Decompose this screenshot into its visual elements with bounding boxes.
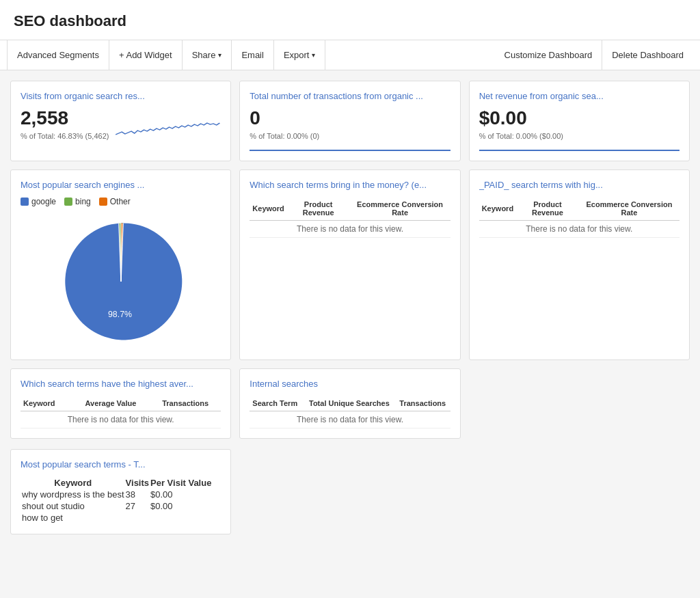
keyword-cell: how to get: [22, 513, 124, 523]
col-keyword: Keyword: [250, 197, 286, 221]
col-transactions: Transactions: [150, 396, 221, 411]
visits-value: 2,558: [21, 108, 109, 129]
value-cell: [150, 513, 211, 523]
table-header-row: Keyword Product Revenue Ecommerce Conver…: [250, 197, 450, 221]
page-header: SEO dashboard: [0, 0, 700, 40]
col-product-revenue: Product Revenue: [287, 197, 350, 221]
paid-search-table: Keyword Product Revenue Ecommerce Conver…: [479, 197, 679, 238]
email-button[interactable]: Email: [232, 40, 274, 70]
revenue-sparkline: [479, 150, 679, 151]
revenue-subtitle: % of Total: 0.00% ($0.00): [479, 132, 679, 140]
no-data-row: There is no data for this view.: [479, 220, 679, 237]
toolbar-left: Advanced Segments + Add Widget Share ▾ E…: [7, 40, 325, 70]
legend-google: google: [21, 197, 56, 206]
table-row: shout out studio 27 $0.00: [22, 501, 211, 511]
bottom-row: Most popular search terms - T... Keyword…: [0, 449, 700, 545]
value-cell: $0.00: [150, 501, 211, 511]
search-terms-money-title: Which search terms bring in the money? (…: [250, 180, 450, 190]
visits-cell: 27: [126, 501, 149, 511]
table-header-row: Keyword Average Value Transactions: [21, 396, 221, 411]
search-engines-title: Most popular search engines ...: [21, 180, 221, 190]
page-title: SEO dashboard: [14, 12, 686, 30]
revenue-value: $0.00: [479, 108, 679, 129]
col-avg-value: Average Value: [72, 396, 150, 411]
popular-terms-widget: Most popular search terms - T... Keyword…: [10, 449, 231, 534]
export-button[interactable]: Export ▾: [274, 40, 326, 70]
pie-container: 98.7%: [21, 213, 221, 350]
col-visits: Visits: [126, 478, 149, 488]
keyword-cell: why wordpress is the best: [22, 489, 124, 500]
visits-widget-title: Visits from organic search res...: [21, 91, 221, 101]
search-terms-money-table: Keyword Product Revenue Ecommerce Conver…: [250, 197, 450, 238]
highest-avg-title: Which search terms have the highest aver…: [21, 379, 221, 389]
toolbar: Advanced Segments + Add Widget Share ▾ E…: [0, 40, 700, 70]
visits-subtitle: % of Total: 46.83% (5,462): [21, 132, 109, 140]
highest-avg-widget: Which search terms have the highest aver…: [10, 368, 231, 439]
pie-label: 98.7%: [108, 310, 132, 319]
col-ecommerce-conversion: Ecommerce Conversion Rate: [350, 197, 450, 221]
no-data-text: There is no data for this view.: [479, 220, 679, 237]
legend-google-dot: [21, 198, 29, 206]
customize-dashboard-button[interactable]: Customize Dashboard: [495, 40, 602, 70]
internal-searches-table: Search Term Total Unique Searches Transa…: [250, 396, 450, 429]
visits-widget: Visits from organic search res... 2,558 …: [10, 81, 231, 161]
keyword-cell: shout out studio: [22, 501, 124, 511]
table-row: why wordpress is the best 38 $0.00: [22, 489, 211, 500]
transactions-sparkline: [250, 150, 450, 151]
share-caret-icon: ▾: [218, 51, 221, 59]
pie-chart: 98.7%: [56, 217, 186, 346]
no-data-row: There is no data for this view.: [21, 411, 221, 428]
search-terms-money-widget: Which search terms bring in the money? (…: [239, 169, 460, 360]
add-widget-button[interactable]: + Add Widget: [109, 40, 183, 70]
col-total-unique: Total Unique Searches: [304, 396, 395, 411]
visits-cell: [126, 513, 149, 523]
legend-google-label: google: [31, 197, 56, 206]
no-data-text: There is no data for this view.: [21, 411, 221, 428]
transactions-widget-title: Total number of transactions from organi…: [250, 91, 450, 101]
paid-search-widget: _PAID_ search terms with hig... Keyword …: [469, 169, 690, 360]
value-cell: $0.00: [150, 489, 211, 500]
visits-cell: 38: [126, 489, 149, 500]
transactions-value: 0: [250, 108, 450, 129]
revenue-widget: Net revenue from organic sea... $0.00 % …: [469, 81, 690, 161]
no-data-row: There is no data for this view.: [250, 411, 450, 428]
toolbar-right: Customize Dashboard Delete Dashboard: [495, 40, 693, 70]
revenue-widget-title: Net revenue from organic sea...: [479, 91, 679, 101]
legend-bing-dot: [64, 198, 72, 206]
advanced-segments-button[interactable]: Advanced Segments: [7, 40, 109, 70]
col-transactions: Transactions: [395, 396, 450, 411]
popular-terms-header-row: Keyword Visits Per Visit Value: [22, 478, 211, 488]
legend-bing: bing: [64, 197, 91, 206]
visits-value-block: 2,558 % of Total: 46.83% (5,462): [21, 108, 109, 140]
col-per-visit-value: Per Visit Value: [150, 478, 211, 488]
delete-dashboard-button[interactable]: Delete Dashboard: [602, 40, 693, 70]
legend-other-label: Other: [110, 197, 131, 206]
legend-bing-label: bing: [75, 197, 91, 206]
internal-searches-title: Internal searches: [250, 379, 450, 389]
visits-metric-row: 2,558 % of Total: 46.83% (5,462): [21, 108, 221, 140]
no-data-row: There is no data for this view.: [250, 220, 450, 237]
col-ecommerce-conversion-rate: Ecommerce Conversion Rate: [579, 197, 679, 221]
col-keyword: Keyword: [479, 197, 516, 221]
transactions-widget: Total number of transactions from organi…: [239, 81, 460, 161]
highest-avg-table: Keyword Average Value Transactions There…: [21, 396, 221, 429]
popular-terms-title: Most popular search terms - T...: [21, 459, 221, 470]
no-data-text: There is no data for this view.: [250, 220, 450, 237]
table-row: how to get: [22, 513, 211, 523]
popular-terms-table: Keyword Visits Per Visit Value why wordp…: [21, 476, 213, 524]
transactions-subtitle: % of Total: 0.00% (0): [250, 132, 450, 140]
legend-other-dot: [99, 198, 107, 206]
internal-searches-widget: Internal searches Search Term Total Uniq…: [239, 368, 460, 439]
visits-sparkline: [116, 120, 221, 140]
legend-other: Other: [99, 197, 131, 206]
col-product-revenue: Product Revenue: [516, 197, 579, 221]
col-keyword: Keyword: [21, 396, 72, 411]
paid-search-title: _PAID_ search terms with hig...: [479, 180, 679, 190]
pie-legend: google bing Other: [21, 197, 221, 206]
table-header-row: Keyword Product Revenue Ecommerce Conver…: [479, 197, 679, 221]
dashboard-grid: Visits from organic search res... 2,558 …: [0, 70, 700, 449]
pie-slice-google: [65, 223, 182, 340]
search-engines-widget: Most popular search engines ... google b…: [10, 169, 231, 360]
export-caret-icon: ▾: [312, 51, 315, 59]
share-button[interactable]: Share ▾: [183, 40, 232, 70]
